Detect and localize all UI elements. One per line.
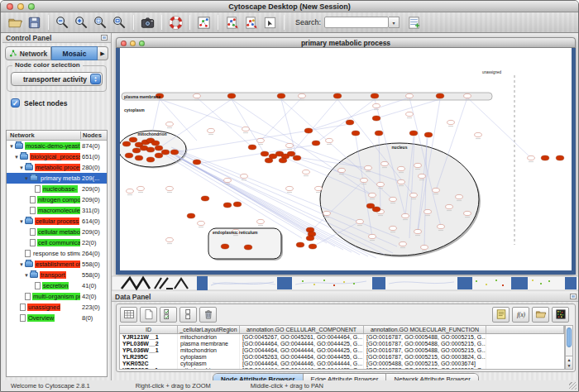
tree-row-nucleobase-[interactable]: nucleobase-209(0) [7,184,107,194]
network-node[interactable] [227,93,236,98]
network-node[interactable] [375,131,383,136]
zoom-out-button[interactable] [53,13,72,31]
network-node[interactable] [287,151,295,156]
network-node[interactable] [146,157,155,162]
network-node[interactable] [424,132,433,137]
tree-row-nitrogen-compo[interactable]: nitrogen compo209(0) [7,194,107,205]
tree-row-transport[interactable]: ▼transport558(0) [7,270,107,280]
tree-row-biological-process[interactable]: ▼biological_process651(0) [7,151,107,162]
network-node[interactable] [541,155,549,160]
tab-mosaic[interactable]: Mosaic [51,46,98,60]
float-panel-icon[interactable] [570,294,577,299]
save-button[interactable] [25,13,44,31]
help-ring-button[interactable] [166,13,185,31]
network-overview-button[interactable] [194,13,213,31]
network-node[interactable] [436,93,444,98]
table-row[interactable]: YPL036W__1mitochondrion[GO:0044464, GO:0… [120,347,564,354]
minimize-icon[interactable] [130,41,136,46]
tree-row-metabolic-process[interactable]: ▼metabolic process280(0) [7,162,107,173]
network-node[interactable] [372,207,380,212]
open-folder-button[interactable] [6,13,25,31]
network-node[interactable] [125,153,133,158]
network-canvas[interactable]: plasma membranecytoplasmmitochondrionnuc… [120,48,572,270]
table-row[interactable]: YKR052Ccytoplasm[GO:0044464, GO:0044446,… [120,361,564,367]
import-attributes-button[interactable] [404,13,423,31]
network-node[interactable] [233,202,242,207]
tab-overflow-button[interactable]: ▶ [98,46,108,60]
attribute-notes-button[interactable] [492,307,510,323]
network-node[interactable] [293,155,301,160]
network-node[interactable] [193,160,201,165]
minimize-button[interactable] [17,3,24,10]
network-node[interactable] [187,213,195,218]
network-node[interactable] [151,141,160,146]
search-input[interactable] [324,17,389,28]
column-header[interactable]: annotation.GO MOLECULAR_FUNCTION [364,326,486,333]
network-node[interactable] [306,236,314,241]
network-node[interactable] [248,145,256,150]
network-node[interactable] [312,141,320,146]
network-node[interactable] [161,150,170,155]
tree-expand-icon[interactable]: ▼ [13,155,20,160]
search-dropdown-arrow[interactable]: ▾ [389,17,400,28]
tree-row-response-to-stimulu[interactable]: response to stimulu264(0) [7,248,107,259]
network-node[interactable] [155,146,163,151]
column-header[interactable]: ID [120,326,178,333]
maximize-icon[interactable] [139,41,145,46]
network-node[interactable] [296,242,304,247]
tree-expand-icon[interactable]: ▼ [8,144,15,149]
network-node[interactable] [304,128,313,133]
matrix-view-button[interactable] [552,307,569,323]
tree-expand-icon[interactable]: ▼ [18,262,25,267]
open-attribute-button[interactable] [532,307,549,323]
scroll-down-icon[interactable]: ▼ [567,363,572,369]
network-node[interactable] [309,244,317,249]
network-node[interactable] [371,93,379,98]
column-header[interactable]: annotation.GO CELLULAR_COMPONENT [240,326,364,333]
network-node[interactable] [352,131,360,136]
network-node[interactable] [155,153,163,158]
new-attribute-button[interactable] [140,307,157,323]
import-network-1-button[interactable] [223,13,242,31]
tree-row-macromolecule[interactable]: macromolecule311(0) [7,205,107,216]
node-color-dropdown[interactable]: transporter activity ▲▼ [11,72,103,86]
network-node[interactable] [244,245,252,250]
unselect-attributes-button[interactable] [179,307,197,323]
zoom-in-button[interactable] [72,13,91,31]
snapshot-button[interactable] [138,13,157,31]
float-panel-icon[interactable] [101,35,108,41]
tree-expand-icon[interactable]: ▼ [23,273,30,278]
network-node[interactable] [333,93,342,98]
tree-row-cellular-process[interactable]: ▼cellular process614(0) [7,216,107,227]
network-view-titlebar[interactable]: primary metabolic process [116,37,576,48]
table-row[interactable]: YJR121W__1mitochondrion[GO:0045267, GO:0… [120,334,564,341]
network-node[interactable] [372,116,380,121]
tree-row-secretion[interactable]: secretion41(0) [7,280,107,291]
network-node[interactable] [261,151,269,156]
network-node[interactable] [223,203,232,208]
tree-expand-icon[interactable]: ▼ [23,176,30,181]
network-node[interactable] [221,244,229,249]
scrollbar-thumb[interactable] [567,327,572,347]
table-row[interactable]: YDR039C__1mitochondrion[GO:0044464, GO:0… [120,367,564,370]
annotation-button[interactable] [261,13,280,31]
attribute-grid-button[interactable] [120,307,137,323]
network-node[interactable] [132,148,141,153]
network-node[interactable] [277,93,285,98]
tree-row-multi-organism-pro[interactable]: multi-organism pro42(0) [7,291,107,302]
column-header[interactable]: _cellularLayoutRegion [178,326,240,333]
import-network-2-button[interactable] [242,13,261,31]
network-node[interactable] [279,158,287,163]
zoom-button[interactable] [28,3,35,10]
select-nodes-checkbox[interactable]: ✓ [11,98,20,108]
tree-row-unassigned[interactable]: unassigned223(0) [7,302,107,313]
delete-attribute-button[interactable] [199,307,217,323]
resize-grip[interactable] [569,382,577,390]
network-node[interactable] [146,147,155,152]
tree-expand-icon[interactable]: ▼ [18,165,25,170]
tree-row-overview[interactable]: Overview8(0) [7,313,107,323]
tree-row-mosaic-demo-yeast[interactable]: ▼mosaic-demo-yeast874(0) [7,141,107,151]
table-scrollbar[interactable]: ▲ ▼ [565,325,573,370]
network-node[interactable] [556,155,564,160]
tree-row-establishment-of-lo[interactable]: ▼establishment of lo558(0) [7,259,107,270]
